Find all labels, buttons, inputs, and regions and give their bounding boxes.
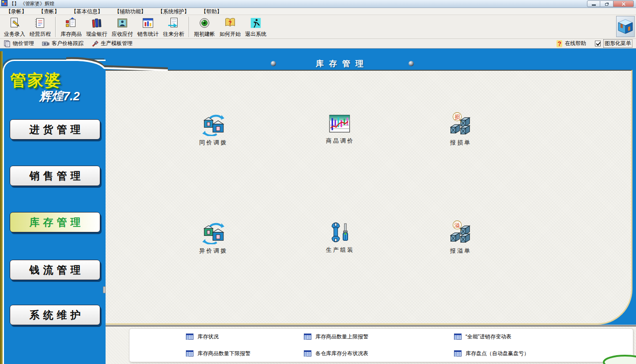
goods-price-adjust-icon: [329, 114, 351, 134]
sales-stats-icon: [141, 16, 155, 30]
main-toolbar: 业务录入 经营历程 库存商品 现金银行 应收应付: [0, 15, 636, 39]
menu-help[interactable]: 【帮助】: [195, 8, 228, 15]
toolbar-separator: [189, 17, 189, 37]
toolbar-separator: [55, 17, 56, 37]
same-price-transfer-icon: [202, 114, 225, 136]
production-template-icon: [91, 40, 99, 47]
goods-stock-icon: [64, 16, 78, 30]
table-icon: [304, 334, 312, 340]
sidebar-item-inventory[interactable]: 库存管理: [10, 212, 100, 232]
menu-basic-info[interactable]: 【基本信息】: [65, 8, 109, 15]
cube-icon: [617, 18, 633, 35]
graphic-menu-checkbox[interactable]: [595, 41, 601, 46]
report-link-warehouse-distribution[interactable]: 各仓库库存分布状况表: [304, 349, 368, 358]
quickbar-production-template[interactable]: 生产模板管理: [91, 40, 132, 47]
toolbar-how-to-start[interactable]: ? 如何开始: [217, 16, 243, 38]
online-help-icon: ?: [556, 40, 562, 47]
brand-cube-logo: [616, 16, 635, 37]
sidebar-item-cashflow[interactable]: 钱流管理: [10, 260, 100, 280]
toolbar-init-account[interactable]: 期初建帐: [192, 16, 217, 38]
quick-bar: 物价管理 客户价格跟踪 生产模板管理 ? 在线帮助 图形化菜单: [0, 39, 636, 49]
reports-panel: 库存状况 库存商品数量上限报警 “全能”进销存变动表 库存商品数量下限报警 各仓…: [129, 328, 633, 362]
toolbar-receivable-payable[interactable]: 应收应付: [110, 16, 135, 38]
toolbar-cash-bank[interactable]: 现金银行: [84, 16, 110, 38]
svg-text:损: 损: [454, 114, 460, 120]
minimize-button[interactable]: [587, 0, 600, 7]
menu-aux-functions[interactable]: 【辅助功能】: [109, 8, 152, 15]
splitter-notch: [103, 286, 106, 293]
tile-diff-price-transfer[interactable]: 异价调拨: [185, 222, 242, 255]
receivable-payable-icon: [116, 16, 129, 30]
main-area: 库存管理 同价调拨: [0, 49, 636, 364]
title-bar: 【】 《管家婆》辉煌: [0, 0, 636, 8]
graphic-menu-label[interactable]: 图形化菜单: [603, 39, 632, 48]
menu-record[interactable]: 【录帐】: [0, 8, 33, 15]
sidebar: 管家婆 辉煌7.2 进货管理 销售管理 库存管理 钱流管理 系统维护: [3, 60, 106, 364]
restore-icon: [605, 3, 608, 6]
tile-production-assembly[interactable]: 生产组装: [311, 222, 369, 254]
toolbar-business-history[interactable]: 经营历程: [27, 16, 53, 38]
toolbar-contacts-analysis[interactable]: 往来分析: [161, 16, 186, 38]
how-to-start-icon: ?: [223, 16, 237, 30]
menu-query[interactable]: 【查帐】: [33, 8, 65, 15]
init-account-icon: [198, 16, 211, 30]
table-icon: [186, 334, 194, 340]
content-panel: 同价调拨 商品调价: [106, 70, 632, 325]
production-assembly-icon: [329, 222, 351, 243]
window-title: 【】 《管家婆》辉煌: [9, 0, 54, 7]
sidebar-item-purchase[interactable]: 进货管理: [10, 119, 100, 140]
table-icon: [454, 334, 462, 340]
report-link-almighty-change-table[interactable]: “全能”进销存变动表: [454, 332, 511, 341]
tile-overflow-report[interactable]: 溢 报溢单: [432, 220, 489, 255]
quickbar-price-management[interactable]: 物价管理: [4, 40, 34, 47]
toolbar-sales-stats[interactable]: 销售统计: [135, 16, 161, 38]
price-management-icon: [4, 40, 11, 47]
app-window: 【】 《管家婆》辉煌 【录帐】 【查帐】 【基本信息】 【辅助功能】 【系统维护…: [0, 0, 636, 364]
sidebar-item-system-maintenance[interactable]: 系统维护: [10, 305, 100, 325]
page-title: 库存管理: [316, 58, 369, 69]
report-link-upper-limit-alarm[interactable]: 库存商品数量上限报警: [304, 332, 368, 341]
report-link-stock-status[interactable]: 库存状况: [186, 332, 219, 341]
sidebar-item-sales[interactable]: 销售管理: [10, 166, 100, 186]
svg-text:?: ?: [228, 20, 231, 26]
tile-same-price-transfer[interactable]: 同价调拨: [185, 114, 242, 147]
ledger-icon: [34, 16, 47, 30]
quickbar-customer-price-tracking[interactable]: 客户价格跟踪: [42, 40, 83, 47]
customer-price-tracking-icon: [42, 40, 50, 47]
diff-price-transfer-icon: [202, 222, 225, 244]
sphere-icon: [409, 61, 414, 66]
contacts-analysis-icon: [167, 16, 180, 30]
svg-text:溢: 溢: [454, 222, 460, 228]
page-header: 库存管理: [108, 57, 576, 70]
sphere-icon: [271, 61, 276, 66]
menu-bar: 【录帐】 【查帐】 【基本信息】 【辅助功能】 【系统维护】 【帮助】: [0, 8, 636, 15]
table-icon: [304, 350, 312, 357]
report-link-lower-limit-alarm[interactable]: 库存商品数量下限报警: [186, 349, 250, 358]
edition-logo: 辉煌7.2: [39, 88, 80, 104]
loss-report-icon: 损: [449, 112, 473, 136]
menu-system-maintenance[interactable]: 【系统维护】: [152, 8, 195, 15]
doc-edit-icon: [8, 16, 21, 30]
toolbar-business-entry[interactable]: 业务录入: [2, 16, 27, 38]
restore-button[interactable]: [600, 0, 613, 7]
decorative-green-ellipse: [601, 353, 636, 364]
close-icon: [621, 2, 626, 6]
online-help-link[interactable]: 在线帮助: [565, 40, 586, 47]
overflow-report-icon: 溢: [449, 220, 473, 244]
tile-goods-price-adjust[interactable]: 商品调价: [311, 114, 369, 145]
minimize-icon: [592, 4, 596, 6]
table-icon: [186, 350, 194, 357]
toolbar-stock-goods[interactable]: 库存商品: [58, 16, 84, 38]
left-edge-strip: [0, 51, 3, 364]
tile-loss-report[interactable]: 损 报损单: [432, 112, 489, 147]
close-button[interactable]: [613, 0, 634, 7]
bottom-divider: [106, 325, 636, 326]
table-icon: [454, 350, 462, 357]
toolbar-exit-system[interactable]: 退出系统: [243, 16, 269, 38]
exit-system-icon: [249, 16, 262, 30]
app-icon: [1, 0, 8, 8]
report-link-stocktaking[interactable]: 库存盘点（自动盘赢盘亏）: [454, 349, 529, 358]
cash-bank-icon: [90, 16, 103, 30]
